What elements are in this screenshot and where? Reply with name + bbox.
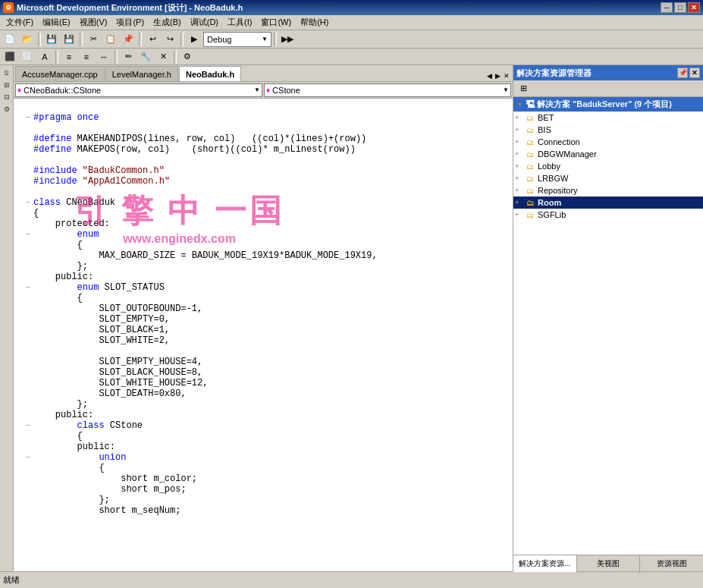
se-pin-button[interactable]: 📌 bbox=[677, 68, 688, 78]
cut-button[interactable]: ✂ bbox=[85, 32, 102, 47]
tb2-btn4[interactable]: ≡ bbox=[61, 49, 77, 64]
code-line: public: bbox=[14, 410, 513, 420]
tb2-btn8[interactable]: 🔧 bbox=[137, 49, 154, 64]
tb2-btn7[interactable]: ✏ bbox=[120, 49, 137, 64]
se-item-lobby[interactable]: + 🗂 Lobby bbox=[513, 160, 703, 172]
code-line: { bbox=[14, 240, 513, 250]
lrbgw-folder-icon: 🗂 bbox=[524, 173, 536, 184]
save-all-button[interactable]: 💾 bbox=[61, 32, 77, 47]
se-tb-btn1[interactable]: ⊞ bbox=[515, 81, 532, 96]
menu-help[interactable]: 帮助(H) bbox=[296, 15, 333, 30]
toolbar2-separator-1 bbox=[55, 50, 58, 64]
menu-view[interactable]: 视图(V) bbox=[75, 15, 112, 30]
code-line bbox=[14, 346, 513, 357]
se-toolbar: ⊞ bbox=[513, 80, 703, 97]
code-line: ─ enum SLOT_STATUS bbox=[14, 282, 513, 293]
menu-build[interactable]: 生成(B) bbox=[149, 15, 186, 30]
sidebar-icon-3[interactable]: ⊟ bbox=[2, 92, 12, 102]
tab-close-button[interactable]: ✕ bbox=[502, 72, 511, 80]
tb2-btn6[interactable]: ↔ bbox=[96, 49, 112, 64]
code-line: SLOT_BLACK=1, bbox=[14, 325, 513, 335]
code-line: ─ enum bbox=[14, 229, 513, 240]
se-item-dbgwmanager[interactable]: + 🗂 DBGWManager bbox=[513, 148, 703, 160]
menu-tools[interactable]: 工具(I) bbox=[223, 15, 256, 30]
toolbar2-separator-3 bbox=[174, 50, 177, 64]
menu-file[interactable]: 文件(F) bbox=[2, 15, 38, 30]
se-close-button[interactable]: ✕ bbox=[689, 68, 700, 78]
paste-button[interactable]: 📌 bbox=[120, 32, 137, 47]
copy-button[interactable]: 📋 bbox=[102, 32, 119, 47]
tab-accusemanager[interactable]: AccuseManager.cpp bbox=[15, 66, 105, 81]
se-footer: 解决方案资源... 美视图 资源视图 bbox=[513, 555, 703, 571]
code-editor[interactable]: 引 擎 中 一国 www.enginedx.com ─ #pragma once… bbox=[14, 99, 513, 571]
method-dropdown-arrow: ▼ bbox=[503, 86, 509, 93]
open-button[interactable]: 📂 bbox=[19, 32, 36, 47]
build-button[interactable]: ▶ bbox=[186, 32, 202, 47]
room-expand-icon: + bbox=[515, 199, 524, 206]
connection-expand-icon: + bbox=[515, 138, 524, 146]
lrbgw-expand-icon: + bbox=[515, 175, 524, 182]
class-dropdown-label: CNeoBaduk::CStone bbox=[24, 86, 101, 95]
tb2-btn1[interactable]: ⬛ bbox=[2, 49, 18, 64]
solution-expand-icon: ▼ bbox=[516, 101, 526, 108]
sidebar-icon-4[interactable]: ⚙ bbox=[2, 104, 12, 115]
se-item-bet[interactable]: + 🗂 BET bbox=[513, 112, 703, 124]
se-solution-row[interactable]: ▼ 🏗 解决方案 "BadukServer" (9 个项目) bbox=[513, 97, 703, 112]
code-line: { bbox=[14, 208, 513, 219]
menu-debug[interactable]: 调试(D) bbox=[186, 15, 223, 30]
se-item-room[interactable]: + 🗂 Room bbox=[513, 197, 703, 209]
se-item-bis[interactable]: + 🗂 BIS bbox=[513, 124, 703, 136]
class-dropdown[interactable]: ♦ CNeoBaduk::CStone ▼ bbox=[15, 83, 262, 97]
se-item-repository[interactable]: + 🗂 Repository bbox=[513, 184, 703, 197]
method-icon: ♦ bbox=[266, 86, 270, 94]
tab-prev-button[interactable]: ◀ bbox=[485, 72, 494, 80]
code-line: }; bbox=[14, 261, 513, 272]
save-button[interactable]: 💾 bbox=[43, 32, 60, 47]
tb2-btn10[interactable]: ⚙ bbox=[179, 49, 196, 64]
tab-levelmanager[interactable]: LevelManager.h bbox=[105, 66, 178, 81]
tab-neobaduk[interactable]: NeoBaduk.h bbox=[179, 66, 241, 81]
code-line bbox=[14, 155, 513, 165]
se-item-sgflib-label: SGFLib bbox=[538, 210, 566, 219]
code-line: short m_seqNum; bbox=[14, 505, 513, 516]
menu-window[interactable]: 窗口(W) bbox=[256, 15, 296, 30]
tb2-btn9[interactable]: ✕ bbox=[155, 49, 171, 64]
run-button[interactable]: ▶▶ bbox=[279, 32, 296, 47]
menu-edit[interactable]: 编辑(E) bbox=[38, 15, 75, 30]
tab-next-button[interactable]: ▶ bbox=[494, 72, 502, 80]
repository-folder-icon: 🗂 bbox=[524, 185, 536, 196]
bet-expand-icon: + bbox=[515, 114, 524, 121]
se-item-sgflib[interactable]: + 🗂 SGFLib bbox=[513, 209, 703, 221]
debug-dropdown[interactable]: Debug ▼ bbox=[203, 32, 271, 47]
tb2-btn3[interactable]: A bbox=[36, 49, 53, 64]
se-footer-tab-classview[interactable]: 美视图 bbox=[577, 555, 641, 572]
undo-button[interactable]: ↩ bbox=[144, 32, 161, 47]
code-line: { bbox=[14, 463, 513, 473]
bis-folder-icon: 🗂 bbox=[524, 124, 536, 135]
se-item-connection[interactable]: + 🗂 Connection bbox=[513, 136, 703, 148]
new-file-button[interactable]: 📄 bbox=[2, 32, 18, 47]
sidebar-icon-1[interactable]: S bbox=[2, 68, 12, 78]
method-dropdown[interactable]: ♦ CStone ▼ bbox=[264, 83, 511, 97]
maximize-button[interactable]: □ bbox=[674, 2, 686, 13]
se-footer-tab-resourceview[interactable]: 资源视图 bbox=[640, 555, 703, 572]
se-item-lrbgw-label: LRBGW bbox=[538, 174, 568, 183]
tb2-btn5[interactable]: ≡ bbox=[78, 49, 95, 64]
code-line: short m_pos; bbox=[14, 484, 513, 495]
lobby-folder-icon: 🗂 bbox=[524, 161, 536, 171]
sidebar-icon-2[interactable]: ⊞ bbox=[2, 80, 12, 90]
minimize-button[interactable]: ─ bbox=[661, 2, 673, 13]
tb2-btn2[interactable]: ⬜ bbox=[19, 49, 36, 64]
code-line: protected: bbox=[14, 219, 513, 229]
se-footer-tab-solution[interactable]: 解决方案资源... bbox=[513, 555, 577, 572]
close-button[interactable]: ✕ bbox=[688, 2, 700, 13]
menu-project[interactable]: 项目(P) bbox=[111, 15, 149, 30]
code-line: SLOT_BLACK_HOUSE=8, bbox=[14, 367, 513, 378]
code-line: ─ #pragma once bbox=[14, 112, 513, 123]
window-controls: ─ □ ✕ bbox=[661, 2, 700, 13]
bet-folder-icon: 🗂 bbox=[524, 112, 536, 123]
connection-folder-icon: 🗂 bbox=[524, 137, 536, 147]
se-item-bet-label: BET bbox=[538, 113, 554, 122]
se-item-lrbgw[interactable]: + 🗂 LRBGW bbox=[513, 172, 703, 184]
redo-button[interactable]: ↪ bbox=[162, 32, 178, 47]
